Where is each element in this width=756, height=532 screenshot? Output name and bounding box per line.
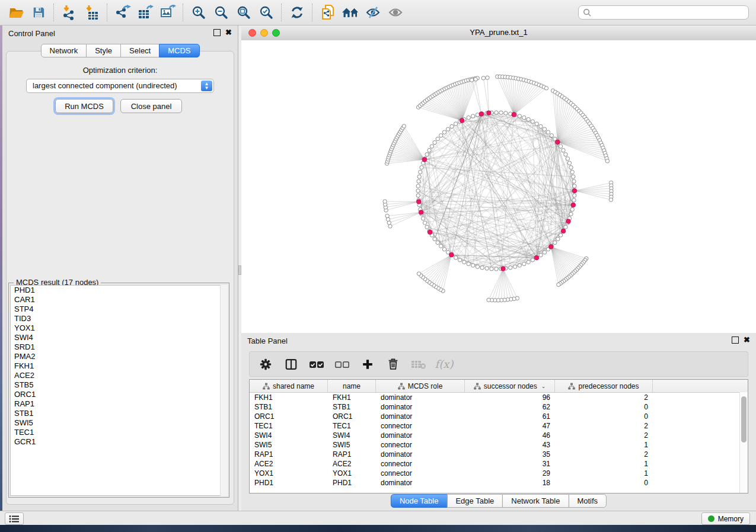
memory-button[interactable]: Memory <box>701 512 750 525</box>
function-builder-icon[interactable]: f(x) <box>436 357 452 372</box>
table-cell[interactable]: dominator <box>376 412 465 421</box>
first-neighbors-icon[interactable] <box>339 2 362 23</box>
table-cell[interactable]: 29 <box>465 469 555 478</box>
mcds-result-item[interactable]: ORC1 <box>11 390 227 399</box>
table-cell[interactable]: 0 <box>555 478 653 488</box>
mcds-result-item[interactable]: GCR1 <box>11 437 227 447</box>
table-row[interactable]: FKH1FKH1dominator962 <box>250 393 748 402</box>
mcds-result-item[interactable]: PMA2 <box>11 352 227 361</box>
mcds-result-item[interactable]: SRD1 <box>11 342 227 352</box>
deselect-all-icon[interactable] <box>334 357 350 372</box>
table-row[interactable]: SWI4SWI4dominator462 <box>250 431 748 440</box>
zoom-selected-icon[interactable] <box>255 2 277 23</box>
zoom-out-icon[interactable] <box>210 2 232 23</box>
zoom-fit-icon[interactable] <box>232 2 255 23</box>
table-cell[interactable]: FKH1 <box>328 393 376 402</box>
table-cell[interactable]: connector <box>376 459 465 469</box>
table-row[interactable]: SWI5SWI5connector431 <box>250 440 748 450</box>
tab-network-table[interactable]: Network Table <box>502 494 569 508</box>
table-cell[interactable]: 31 <box>465 459 555 469</box>
network-canvas[interactable] <box>241 40 756 333</box>
table-cell[interactable]: connector <box>376 469 465 478</box>
table-cell[interactable]: ORC1 <box>328 412 376 421</box>
tab-edge-table[interactable]: Edge Table <box>446 494 503 508</box>
tab-node-table[interactable]: Node Table <box>391 494 448 508</box>
float-panel-icon[interactable] <box>213 29 221 36</box>
tab-mcds[interactable]: MCDS <box>159 44 199 57</box>
mcds-result-item[interactable]: ACE2 <box>11 371 227 380</box>
table-cell[interactable]: dominator <box>376 450 465 459</box>
table-cell[interactable]: dominator <box>376 431 465 440</box>
import-table-icon[interactable] <box>81 2 103 23</box>
mcds-result-item[interactable]: SWI5 <box>11 418 227 428</box>
table-cell[interactable]: 43 <box>465 440 555 450</box>
table-row[interactable]: ACE2ACE2connector311 <box>250 459 748 469</box>
table-cell[interactable]: PHD1 <box>328 478 376 488</box>
network-window-titlebar[interactable]: YPA_prune.txt_1 <box>241 25 756 41</box>
add-column-icon[interactable] <box>360 357 375 372</box>
search-input[interactable] <box>592 7 748 18</box>
table-cell[interactable]: SWI5 <box>328 440 376 450</box>
export-image-icon[interactable] <box>157 2 179 23</box>
table-cell[interactable]: 46 <box>465 431 555 440</box>
tab-style[interactable]: Style <box>86 44 121 57</box>
close-table-panel-icon[interactable]: ✖ <box>744 337 750 343</box>
tab-select[interactable]: Select <box>120 44 160 57</box>
search-box[interactable] <box>578 5 749 20</box>
table-cell[interactable]: ACE2 <box>328 459 376 469</box>
table-cell[interactable]: 2 <box>555 421 653 431</box>
mcds-result-item[interactable]: CAR1 <box>11 295 227 305</box>
table-cell[interactable]: connector <box>376 440 465 450</box>
mcds-result-item[interactable]: RAP1 <box>11 399 227 409</box>
mcds-result-item[interactable]: FKH1 <box>11 361 227 371</box>
mcds-result-item[interactable]: SWI4 <box>11 333 227 342</box>
node-table[interactable]: shared name name MCDS role successor nod… <box>249 379 748 493</box>
table-row[interactable]: STB1STB1dominator620 <box>250 402 748 412</box>
table-cell[interactable]: 47 <box>465 421 555 431</box>
table-cell[interactable]: ACE2 <box>250 459 328 469</box>
column-header-shared-name[interactable]: shared name <box>250 380 328 392</box>
table-row[interactable]: ORC1ORC1dominator610 <box>250 412 748 421</box>
select-all-icon[interactable] <box>309 357 324 372</box>
table-scrollbar-thumb[interactable] <box>741 396 747 443</box>
table-cell[interactable]: 61 <box>465 412 555 421</box>
task-history-button[interactable] <box>5 512 24 525</box>
delete-column-icon[interactable] <box>385 357 401 372</box>
table-row[interactable]: RAP1RAP1dominator352 <box>250 450 748 459</box>
table-cell[interactable]: STB1 <box>250 402 328 412</box>
tab-motifs[interactable]: Motifs <box>568 494 607 508</box>
run-mcds-button[interactable]: Run MCDS <box>55 99 113 113</box>
table-cell[interactable]: ORC1 <box>250 412 328 421</box>
mcds-result-item[interactable]: TEC1 <box>11 428 227 437</box>
table-cell[interactable]: PHD1 <box>250 478 328 488</box>
mcds-result-list[interactable]: PHD1CAR1STP4TID3YOX1SWI4SRD1PMA2FKH1ACE2… <box>10 285 228 496</box>
column-header-successor-nodes[interactable]: successor nodes ⌄ <box>465 380 555 392</box>
table-cell[interactable]: RAP1 <box>328 450 376 459</box>
import-network-icon[interactable] <box>58 2 81 23</box>
delete-table-icon[interactable] <box>411 357 426 372</box>
table-cell[interactable]: 35 <box>465 450 555 459</box>
table-cell[interactable]: STB1 <box>328 402 376 412</box>
mcds-result-item[interactable]: YOX1 <box>11 323 227 333</box>
table-cell[interactable]: FKH1 <box>250 393 328 402</box>
table-cell[interactable]: connector <box>376 421 465 431</box>
table-cell[interactable]: 1 <box>555 459 653 469</box>
table-cell[interactable]: 62 <box>465 402 555 412</box>
open-folder-icon[interactable] <box>5 2 27 23</box>
table-cell[interactable]: dominator <box>376 478 465 488</box>
refresh-layout-icon[interactable] <box>286 2 308 23</box>
mcds-list-scrollbar[interactable] <box>220 285 228 496</box>
close-panel-icon[interactable]: ✖ <box>225 30 232 36</box>
table-cell[interactable]: dominator <box>376 402 465 412</box>
export-network-icon[interactable] <box>111 2 134 23</box>
table-row[interactable]: PHD1PHD1dominator180 <box>250 478 748 488</box>
column-header-mcds-role[interactable]: MCDS role <box>376 380 465 392</box>
table-cell[interactable]: 18 <box>465 478 555 488</box>
table-cell[interactable]: 2 <box>555 393 653 402</box>
gear-icon[interactable] <box>258 357 273 372</box>
table-cell[interactable]: 2 <box>555 450 653 459</box>
table-cell[interactable]: RAP1 <box>250 450 328 459</box>
table-cell[interactable]: YOX1 <box>250 469 328 478</box>
table-cell[interactable]: 1 <box>555 469 653 478</box>
float-table-panel-icon[interactable] <box>732 336 739 344</box>
